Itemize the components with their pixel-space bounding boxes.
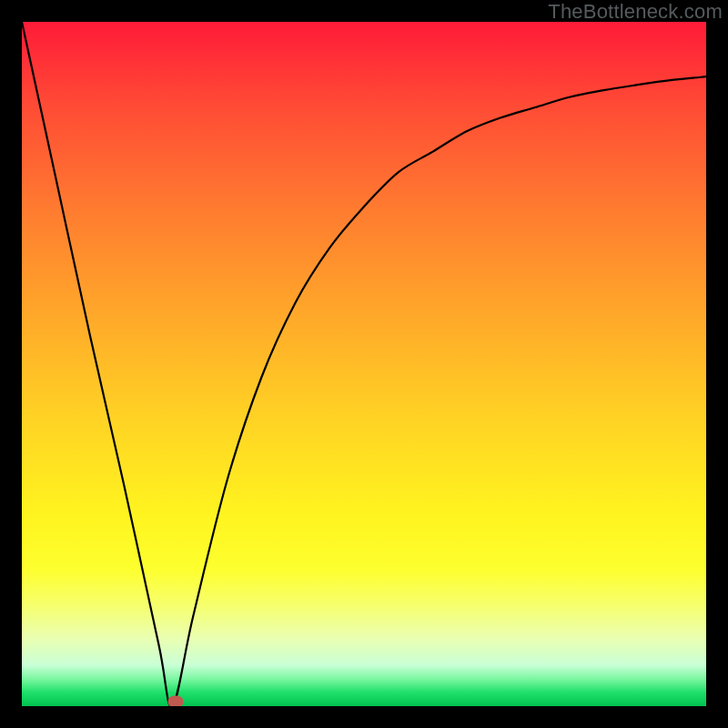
background-gradient [22, 22, 706, 706]
plot-frame: TheBottleneck.com [0, 0, 728, 728]
watermark: TheBottleneck.com [548, 0, 723, 24]
plot-area [22, 22, 706, 706]
optimal-point-marker [168, 695, 184, 706]
